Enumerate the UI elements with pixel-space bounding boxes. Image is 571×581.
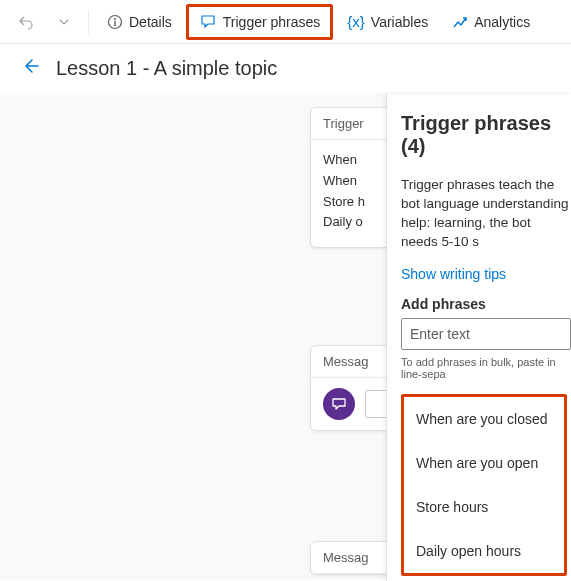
analytics-button[interactable]: Analytics bbox=[442, 8, 540, 36]
message-icon bbox=[323, 388, 355, 420]
variables-icon: {x} bbox=[347, 13, 365, 30]
phrase-list: When are you closed When are you open St… bbox=[401, 394, 567, 576]
details-button[interactable]: Details bbox=[97, 8, 182, 36]
phrase-item[interactable]: Daily open hours bbox=[404, 529, 564, 573]
trigger-phrases-button[interactable]: Trigger phrases bbox=[186, 4, 334, 40]
dropdown-button[interactable] bbox=[48, 10, 80, 34]
chevron-down-icon bbox=[58, 16, 70, 28]
undo-button[interactable] bbox=[8, 8, 44, 36]
chat-icon bbox=[199, 13, 217, 31]
svg-rect-2 bbox=[114, 21, 115, 26]
add-phrases-label: Add phrases bbox=[401, 296, 571, 312]
trigger-phrases-label: Trigger phrases bbox=[223, 14, 321, 30]
toolbar-divider bbox=[88, 10, 89, 34]
page-header: Lesson 1 - A simple topic bbox=[0, 44, 571, 93]
svg-point-1 bbox=[114, 18, 116, 20]
undo-icon bbox=[18, 14, 34, 30]
page-title: Lesson 1 - A simple topic bbox=[56, 57, 277, 80]
variables-button[interactable]: {x} Variables bbox=[337, 7, 438, 36]
info-icon bbox=[107, 14, 123, 30]
analytics-label: Analytics bbox=[474, 14, 530, 30]
panel-title: Trigger phrases (4) bbox=[401, 112, 571, 158]
add-phrase-input[interactable] bbox=[401, 318, 571, 350]
variables-label: Variables bbox=[371, 14, 428, 30]
panel-description: Trigger phrases teach the bot language u… bbox=[401, 176, 571, 252]
top-toolbar: Details Trigger phrases {x} Variables An… bbox=[0, 0, 571, 44]
analytics-icon bbox=[452, 14, 468, 30]
details-label: Details bbox=[129, 14, 172, 30]
trigger-phrases-panel: Trigger phrases (4) Trigger phrases teac… bbox=[386, 94, 571, 581]
back-button[interactable] bbox=[20, 56, 40, 81]
phrase-item[interactable]: When are you closed bbox=[404, 397, 564, 441]
phrase-item[interactable]: Store hours bbox=[404, 485, 564, 529]
writing-tips-link[interactable]: Show writing tips bbox=[401, 266, 506, 282]
bulk-paste-hint: To add phrases in bulk, paste in line-se… bbox=[401, 356, 571, 380]
phrase-item[interactable]: When are you open bbox=[404, 441, 564, 485]
